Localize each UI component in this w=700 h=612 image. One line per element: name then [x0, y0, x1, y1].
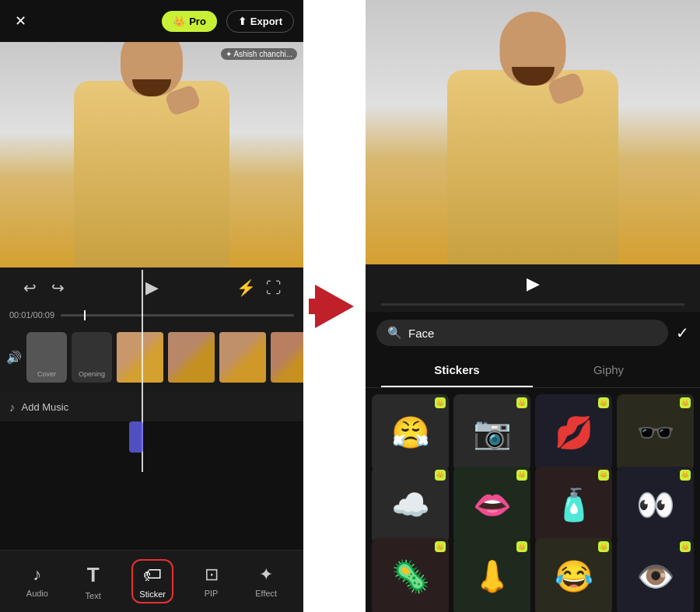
opening-clip[interactable]: Opening	[72, 332, 112, 383]
right-arrow	[315, 285, 354, 328]
person-beard	[132, 79, 171, 96]
sticker-item-7[interactable]: 🧴 👑	[535, 467, 612, 544]
sticker-emoji-10: 👃	[473, 558, 512, 595]
video-thumb-4[interactable]	[271, 332, 303, 383]
sticker-tool[interactable]: 🏷 Sticker	[131, 559, 173, 603]
sticker-item-4[interactable]: 🕶️ 👑	[617, 394, 694, 471]
pro-badge-9: 👑	[435, 541, 446, 552]
add-music-bar[interactable]: ♪ Add Music	[0, 392, 303, 421]
right-person-head	[500, 12, 566, 86]
controls-bar: ↩ ↪ ▶ ⚡ ⛶	[0, 268, 303, 308]
sticker-item-3[interactable]: 💋 👑	[535, 394, 612, 471]
pro-badge-10: 👑	[516, 541, 527, 552]
search-input-wrap: 🔍	[376, 320, 668, 346]
sticker-emoji-2: 📷	[473, 414, 512, 451]
cover-clip[interactable]: Cover	[26, 332, 67, 383]
sticker-item-5[interactable]: ☁️ 👑	[372, 467, 449, 544]
close-button[interactable]: ✕	[9, 10, 31, 32]
sticker-emoji-9: 🦠	[391, 558, 430, 595]
person-head	[121, 42, 183, 96]
sticker-item-10[interactable]: 👃 👑	[453, 538, 530, 612]
search-input[interactable]	[408, 327, 657, 340]
timeline-cursor	[84, 310, 86, 320]
search-icon: 🔍	[387, 326, 402, 340]
video-thumb-1[interactable]	[117, 332, 163, 383]
sticker-emoji-12: 👁️	[636, 558, 675, 595]
right-play-bar: ▶	[366, 264, 700, 303]
pip-icon: ⊡	[205, 565, 219, 585]
pip-label: PIP	[205, 589, 219, 598]
current-time: 00:01/00:09	[9, 310, 54, 320]
pro-button[interactable]: 👑 Pro	[162, 11, 217, 32]
music-note-icon: ♪	[9, 400, 16, 414]
text-tool[interactable]: T Text	[79, 558, 107, 605]
sticker-icon: 🏷	[143, 564, 162, 586]
video-frame	[0, 42, 303, 268]
pro-badge-2: 👑	[516, 397, 527, 408]
volume-icon[interactable]: 🔊	[6, 350, 22, 365]
timeline-bar: 00:01/00:09	[0, 308, 303, 322]
sticker-emoji-11: 😂	[555, 558, 593, 595]
sticker-emoji-6: 👄	[473, 487, 512, 523]
right-person-body	[447, 70, 618, 264]
sticker-item-9[interactable]: 🦠 👑	[372, 538, 449, 612]
redo-button[interactable]: ↪	[44, 274, 72, 302]
right-panel: ▶ 🔍 ✓ Stickers Giphy 😤 👑 📷 👑 💋 👑 🕶️ 👑	[366, 0, 700, 612]
export-button[interactable]: ⬆ Export	[226, 10, 294, 33]
sticker-tabs: Stickers Giphy	[366, 354, 700, 388]
fullscreen-button[interactable]: ⛶	[260, 274, 288, 302]
sticker-item-8[interactable]: 👀 👑	[617, 467, 694, 544]
pro-badge-3: 👑	[598, 397, 609, 408]
sticker-item-11[interactable]: 😂 👑	[535, 538, 612, 612]
top-bar: ✕ 👑 Pro ⬆ Export	[0, 0, 303, 42]
undo-button[interactable]: ↩	[16, 274, 44, 302]
right-video-preview	[366, 0, 700, 264]
sticker-item-1[interactable]: 😤 👑	[372, 394, 449, 471]
pro-badge-12: 👑	[680, 541, 691, 552]
pip-tool[interactable]: ⊡ PIP	[198, 560, 225, 603]
video-thumb-3[interactable]	[219, 332, 266, 383]
sticker-emoji-7: 🧴	[555, 487, 593, 523]
video-thumb-2[interactable]	[168, 332, 215, 383]
sticker-emoji-3: 💋	[555, 414, 593, 451]
sticker-item-2[interactable]: 📷 👑	[453, 394, 530, 471]
right-play-button[interactable]: ▶	[527, 274, 540, 294]
pro-badge-8: 👑	[680, 470, 691, 481]
sticker-emoji-1: 😤	[391, 414, 430, 451]
sticker-item-12[interactable]: 👁️ 👑	[617, 538, 694, 612]
pro-badge-5: 👑	[435, 470, 446, 481]
play-button[interactable]: ▶	[138, 274, 166, 302]
search-bar: 🔍 ✓	[366, 312, 700, 354]
arrow-container	[303, 0, 366, 612]
sticker-emoji-8: 👀	[636, 487, 675, 523]
timeline-spacer	[0, 421, 303, 550]
export-label: Export	[250, 16, 282, 27]
tab-giphy[interactable]: Giphy	[533, 354, 684, 387]
crown-icon: 👑	[173, 16, 185, 27]
sticker-timeline-clip[interactable]	[129, 421, 143, 453]
audio-label: Audio	[26, 589, 48, 598]
export-icon: ⬆	[238, 16, 247, 27]
pro-badge-7: 👑	[598, 470, 609, 481]
confirm-search-button[interactable]: ✓	[676, 323, 689, 342]
effect-label: Effect	[255, 589, 277, 598]
sticker-item-6[interactable]: 👄 👑	[453, 467, 530, 544]
right-person-beard	[512, 67, 555, 86]
person-body	[74, 81, 229, 268]
pro-badge-1: 👑	[435, 397, 446, 408]
progress-bar[interactable]	[381, 303, 684, 306]
sticker-label: Sticker	[139, 589, 166, 599]
cover-label: Cover	[37, 370, 56, 378]
effect-tool[interactable]: ✦ Effect	[249, 560, 283, 603]
tab-stickers[interactable]: Stickers	[381, 354, 533, 387]
opening-label: Opening	[79, 370, 105, 378]
pro-badge-4: 👑	[680, 397, 691, 408]
pro-badge-6: 👑	[516, 470, 527, 481]
timeline-track[interactable]	[61, 314, 294, 316]
audio-tool[interactable]: ♪ Audio	[20, 560, 54, 603]
effect-icon: ✦	[259, 565, 273, 585]
audio-icon: ♪	[33, 565, 41, 585]
magic-button[interactable]: ⚡	[232, 274, 260, 302]
add-music-label: Add Music	[22, 401, 69, 413]
watermark-text: ✦ Ashish chanchi...	[221, 48, 297, 60]
